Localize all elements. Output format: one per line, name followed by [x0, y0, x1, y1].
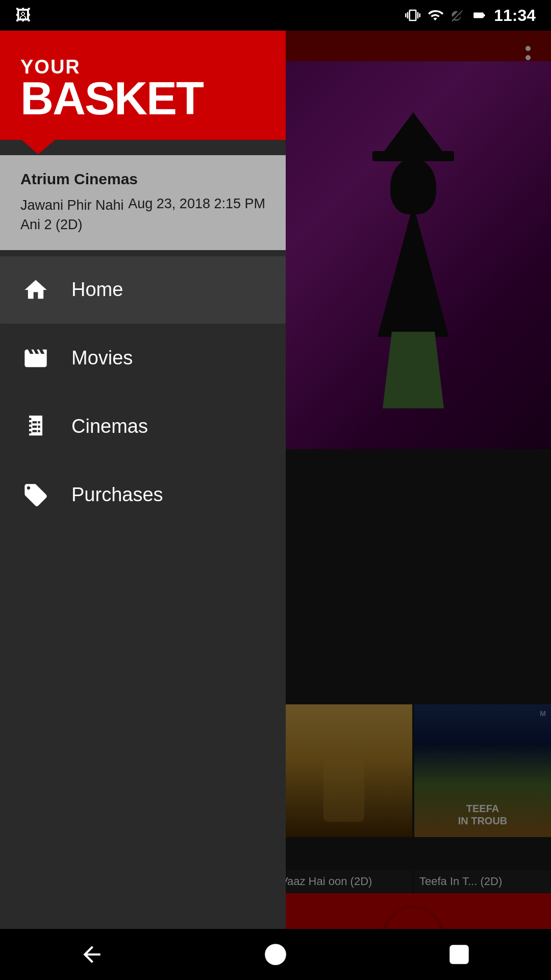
system-nav-bar — [0, 929, 551, 980]
sidebar-item-movies-label: Movies — [71, 347, 133, 369]
sidebar-item-cinemas-label: Cinemas — [71, 415, 148, 437]
main-content: M TEEFAIN TROUB Vaaz Hai oon (2D) Teefa … — [0, 31, 551, 980]
sidebar-item-cinemas[interactable]: Cinemas — [0, 393, 286, 460]
showtime: Aug 23, 2018 2:15 PM — [128, 196, 265, 212]
recents-button[interactable] — [439, 934, 480, 975]
home-icon — [20, 275, 51, 305]
navigation-drawer: YOUR BASKET Atrium Cinemas Jawani Phir N… — [0, 31, 286, 980]
status-bar: 🖼 11:34 — [0, 0, 551, 31]
battery-icon — [470, 9, 488, 22]
back-button[interactable] — [71, 934, 112, 975]
purchases-icon — [20, 480, 51, 510]
svg-point-3 — [266, 945, 285, 964]
sidebar-item-movies[interactable]: Movies — [0, 325, 286, 392]
status-time: 11:34 — [494, 6, 536, 25]
sidebar-item-purchases[interactable]: Purchases — [0, 461, 286, 529]
wifi-icon — [427, 8, 444, 23]
vibrate-icon — [405, 8, 420, 23]
image-icon: 🖼 — [15, 7, 31, 24]
sidebar-item-home[interactable]: Home — [0, 256, 286, 324]
no-signal-icon — [450, 8, 464, 23]
sidebar-item-purchases-label: Purchases — [71, 484, 163, 506]
sidebar-item-home-label: Home — [71, 279, 123, 301]
cinema-info-section: Atrium Cinemas Jawani Phir NahiAni 2 (2D… — [0, 155, 286, 250]
svg-rect-2 — [484, 15, 485, 16]
home-button[interactable] — [255, 934, 296, 975]
svg-rect-1 — [474, 14, 481, 16]
movie-name: Jawani Phir NahiAni 2 (2D) — [20, 196, 128, 235]
drawer-basket-label: BASKET — [20, 78, 265, 119]
movies-icon — [20, 343, 51, 374]
cinema-name: Atrium Cinemas — [20, 170, 265, 188]
cinemas-icon — [20, 411, 51, 442]
drawer-header: YOUR BASKET — [0, 31, 286, 140]
drawer-nav: Home Movies Cinemas — [0, 250, 286, 980]
svg-rect-4 — [450, 946, 467, 963]
